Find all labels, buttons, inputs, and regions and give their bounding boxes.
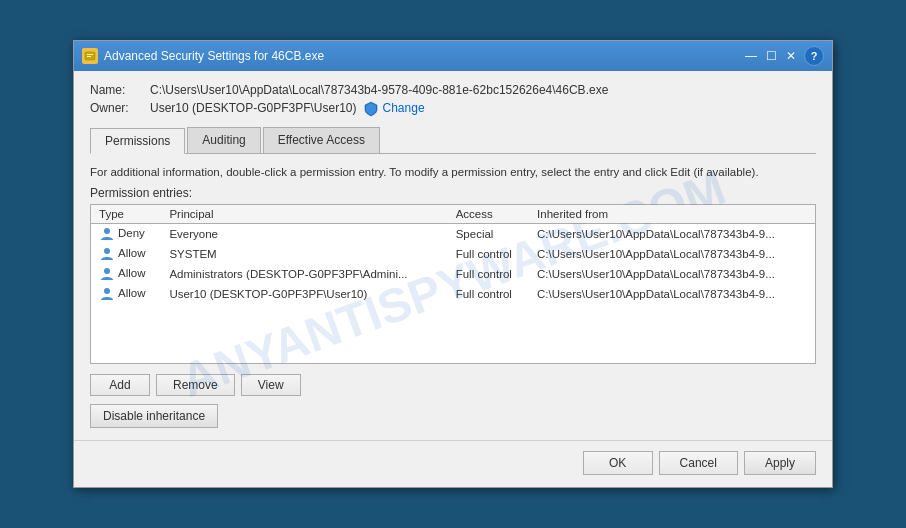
table-row[interactable]: Allow Administrators (DESKTOP-G0PF3PF\Ad… <box>91 264 815 284</box>
apply-button[interactable]: Apply <box>744 451 816 475</box>
minimize-button[interactable]: — <box>742 47 760 65</box>
cell-type: Deny <box>91 224 161 245</box>
main-content: Name: C:\Users\User10\AppData\Local\7873… <box>74 71 832 440</box>
cell-inherited-from: C:\Users\User10\AppData\Local\787343b4-9… <box>529 224 815 245</box>
permission-table-wrapper: ANYANTISPYWARE.COM Type Principal Access… <box>90 204 816 364</box>
cell-access: Full control <box>448 244 529 264</box>
ok-button[interactable]: OK <box>583 451 653 475</box>
cell-principal: SYSTEM <box>161 244 447 264</box>
cell-principal: Everyone <box>161 224 447 245</box>
section-label: Permission entries: <box>90 186 816 200</box>
name-row: Name: C:\Users\User10\AppData\Local\7873… <box>90 83 816 97</box>
permission-table: Type Principal Access Inherited from Den… <box>91 205 815 304</box>
svg-point-9 <box>104 288 110 294</box>
advanced-security-window: Advanced Security Settings for 46CB.exe … <box>73 40 833 488</box>
owner-label: Owner: <box>90 101 150 115</box>
tab-bar: Permissions Auditing Effective Access <box>90 127 816 154</box>
cell-access: Special <box>448 224 529 245</box>
action-buttons: Add Remove View <box>90 374 816 396</box>
cell-principal: User10 (DESKTOP-G0PF3PF\User10) <box>161 284 447 304</box>
col-principal: Principal <box>161 205 447 224</box>
maximize-button[interactable]: ☐ <box>762 47 780 65</box>
svg-point-5 <box>104 248 110 254</box>
view-button[interactable]: View <box>241 374 301 396</box>
name-label: Name: <box>90 83 150 97</box>
name-value: C:\Users\User10\AppData\Local\787343b4-9… <box>150 83 608 97</box>
window-icon <box>82 48 98 64</box>
svg-point-7 <box>104 268 110 274</box>
tab-effective-access[interactable]: Effective Access <box>263 127 380 153</box>
cell-inherited-from: C:\Users\User10\AppData\Local\787343b4-9… <box>529 284 815 304</box>
cell-inherited-from: C:\Users\User10\AppData\Local\787343b4-9… <box>529 244 815 264</box>
cell-principal: Administrators (DESKTOP-G0PF3PF\Admini..… <box>161 264 447 284</box>
cell-access: Full control <box>448 284 529 304</box>
window-title: Advanced Security Settings for 46CB.exe <box>104 49 324 63</box>
title-controls: — ☐ ✕ <box>742 47 800 65</box>
remove-button[interactable]: Remove <box>156 374 235 396</box>
close-button[interactable]: ✕ <box>782 47 800 65</box>
table-row[interactable]: Deny Everyone Special C:\Users\User10\Ap… <box>91 224 815 245</box>
cell-type: Allow <box>91 244 161 264</box>
description-text: For additional information, double-click… <box>90 164 816 180</box>
cancel-button[interactable]: Cancel <box>659 451 738 475</box>
add-button[interactable]: Add <box>90 374 150 396</box>
shield-icon <box>363 101 379 117</box>
col-inherited-from: Inherited from <box>529 205 815 224</box>
change-link[interactable]: Change <box>383 101 425 115</box>
disable-inheritance-button[interactable]: Disable inheritance <box>90 404 218 428</box>
title-bar-left: Advanced Security Settings for 46CB.exe <box>82 48 324 64</box>
cell-type: Allow <box>91 264 161 284</box>
col-access: Access <box>448 205 529 224</box>
tab-auditing[interactable]: Auditing <box>187 127 260 153</box>
col-type: Type <box>91 205 161 224</box>
permission-table-container[interactable]: Type Principal Access Inherited from Den… <box>90 204 816 364</box>
cell-inherited-from: C:\Users\User10\AppData\Local\787343b4-9… <box>529 264 815 284</box>
table-row[interactable]: Allow User10 (DESKTOP-G0PF3PF\User10) Fu… <box>91 284 815 304</box>
tab-permissions[interactable]: Permissions <box>90 128 185 154</box>
table-row[interactable]: Allow SYSTEM Full control C:\Users\User1… <box>91 244 815 264</box>
owner-value: User10 (DESKTOP-G0PF3PF\User10) <box>150 101 357 115</box>
cell-type: Allow <box>91 284 161 304</box>
help-button[interactable]: ? <box>804 46 824 66</box>
footer: OK Cancel Apply <box>74 440 832 487</box>
table-header-row: Type Principal Access Inherited from <box>91 205 815 224</box>
svg-rect-2 <box>87 56 91 57</box>
owner-row: Owner: User10 (DESKTOP-G0PF3PF\User10) C… <box>90 101 816 117</box>
title-bar: Advanced Security Settings for 46CB.exe … <box>74 41 832 71</box>
svg-rect-1 <box>87 54 93 55</box>
cell-access: Full control <box>448 264 529 284</box>
svg-point-3 <box>104 228 110 234</box>
